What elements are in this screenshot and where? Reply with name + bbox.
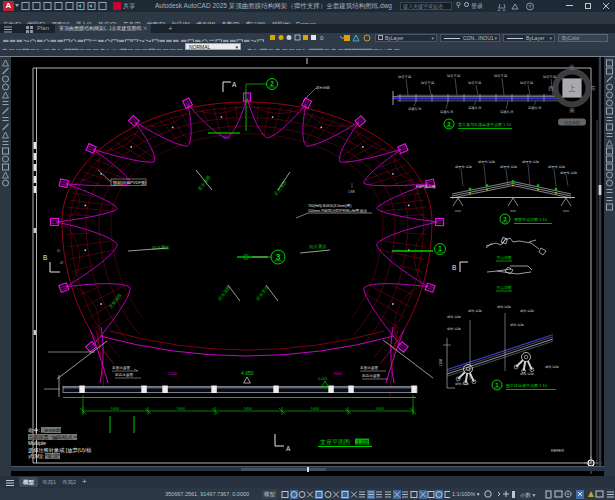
svg-text:动态观察: 动态观察 xyxy=(564,120,580,125)
svg-text:膜边连接图: 膜边连接图 xyxy=(115,372,133,377)
svg-text:东: 东 xyxy=(589,85,596,91)
svg-text:雨水薄膜: 雨水薄膜 xyxy=(309,244,327,250)
svg-text:钢管支撑: 钢管支撑 xyxy=(420,80,435,85)
svg-text:支座平面图: 支座平面图 xyxy=(320,438,350,446)
svg-text:钢件 说明: 钢件 说明 xyxy=(496,305,511,309)
svg-text:钢管件 说明: 钢管件 说明 xyxy=(454,165,472,169)
svg-text:节点详图: 节点详图 xyxy=(496,285,511,290)
svg-text:西: 西 xyxy=(548,85,554,92)
svg-text:南: 南 xyxy=(569,107,575,113)
svg-text:钢件 说明: 钢件 说明 xyxy=(544,365,559,369)
svg-text:?: ? xyxy=(529,4,532,10)
svg-text:B: B xyxy=(43,254,47,261)
svg-text:1: 1 xyxy=(438,245,442,252)
svg-text:钢件 说明: 钢件 说明 xyxy=(446,327,461,331)
svg-text:遮光条与支撑连接节点图 1:10: 遮光条与支撑连接节点图 1:10 xyxy=(458,122,512,128)
svg-text:1:100: 1:100 xyxy=(357,440,369,445)
svg-text:钢管支撑: 钢管支撑 xyxy=(493,73,508,78)
svg-text:连接件说: 连接件说 xyxy=(408,107,422,111)
svg-text:A: A xyxy=(286,445,291,452)
svg-text:0.000: 0.000 xyxy=(318,377,327,381)
svg-text:支座连接图: 支座连接图 xyxy=(112,365,130,370)
svg-text:钢件 说明: 钢件 说明 xyxy=(519,309,534,313)
svg-text:5#: 5# xyxy=(57,249,61,253)
svg-text:钢管支撑: 钢管支撑 xyxy=(519,80,534,85)
svg-text:B: B xyxy=(452,264,456,271)
svg-text:REFER: REFER xyxy=(551,449,564,453)
svg-text:4.650: 4.650 xyxy=(241,370,254,376)
svg-text:3: 3 xyxy=(503,216,507,222)
svg-text:钢管件 说明: 钢管件 说明 xyxy=(521,160,539,164)
svg-text:连接件说: 连接件说 xyxy=(440,110,454,114)
svg-text:膜大样连接节点图 1:10: 膜大样连接节点图 1:10 xyxy=(506,383,548,388)
svg-text:钢管件 说明: 钢管件 说明 xyxy=(499,165,517,169)
svg-text:钢件 说明: 钢件 说明 xyxy=(519,372,534,376)
svg-text:北: 北 xyxy=(568,64,575,71)
svg-text:A: A xyxy=(232,81,237,88)
svg-text:钢件 说明: 钢件 说明 xyxy=(467,309,482,313)
svg-text:连接件说: 连接件说 xyxy=(500,110,514,114)
svg-text:膜边连接图: 膜边连接图 xyxy=(362,373,380,378)
svg-text:支座连接图: 支座连接图 xyxy=(360,365,378,370)
svg-text:钢件 说明: 钢件 说明 xyxy=(509,323,524,327)
svg-text:1: 1 xyxy=(495,382,499,388)
svg-text:钢管支撑: 钢管支撑 xyxy=(397,74,412,79)
svg-text:100mm 内膜防火防护材料+钢网 组合: 100mm 内膜防火防护材料+钢网 组合 xyxy=(308,208,368,213)
svg-text:膜材说明: 膜材说明 xyxy=(316,85,330,90)
svg-text:1:88: 1:88 xyxy=(348,190,355,194)
svg-text:7600: 7600 xyxy=(222,136,230,140)
svg-text:钢管件 说明: 钢管件 说明 xyxy=(477,160,495,164)
svg-text:FRP采光板: FRP采光板 xyxy=(416,184,436,189)
svg-text:0: 0 xyxy=(320,35,324,41)
svg-text:4#: 4# xyxy=(60,261,64,265)
svg-text:钢管支撑: 钢管支撑 xyxy=(446,73,461,78)
svg-text:1650: 1650 xyxy=(439,359,443,366)
svg-text:钢管件 说明: 钢管件 说明 xyxy=(547,165,565,169)
svg-text:屋面节点详图 1:10: 屋面节点详图 1:10 xyxy=(514,217,548,222)
svg-text:9400: 9400 xyxy=(311,407,319,411)
svg-text:2500: 2500 xyxy=(168,371,178,376)
svg-text:9400: 9400 xyxy=(376,407,384,411)
svg-text:2: 2 xyxy=(447,121,451,127)
svg-text:9400: 9400 xyxy=(244,407,252,411)
svg-text:连接件说: 连接件说 xyxy=(528,106,542,110)
svg-text:遮光薄膜: 遮光薄膜 xyxy=(197,174,213,192)
svg-text:钢管支撑: 钢管支撑 xyxy=(467,80,482,85)
svg-text:节点详图: 节点详图 xyxy=(496,255,511,260)
svg-text:连接件说: 连接件说 xyxy=(468,106,482,110)
svg-text:钢件 说明: 钢件 说明 xyxy=(446,315,461,319)
svg-text:2500: 2500 xyxy=(333,371,343,376)
svg-text:小数 ▾: 小数 ▾ xyxy=(519,492,536,498)
svg-text:9400: 9400 xyxy=(111,407,119,411)
svg-text:3: 3 xyxy=(275,252,280,262)
svg-text:上: 上 xyxy=(569,85,576,92)
svg-text:排水薄膜: 排水薄膜 xyxy=(217,284,233,302)
svg-text:760(钢管支撑件(3.5mm)厚): 760(钢管支撑件(3.5mm)厚) xyxy=(308,203,351,208)
svg-text:钢件 说明: 钢件 说明 xyxy=(454,382,469,386)
svg-text:采光薄膜: 采光薄膜 xyxy=(273,179,289,197)
svg-text:钢管支撑: 钢管支撑 xyxy=(542,74,557,79)
svg-text:2: 2 xyxy=(270,80,274,87)
svg-text:钢管件 说明: 钢管件 说明 xyxy=(559,171,577,175)
svg-text:9400: 9400 xyxy=(177,407,185,411)
